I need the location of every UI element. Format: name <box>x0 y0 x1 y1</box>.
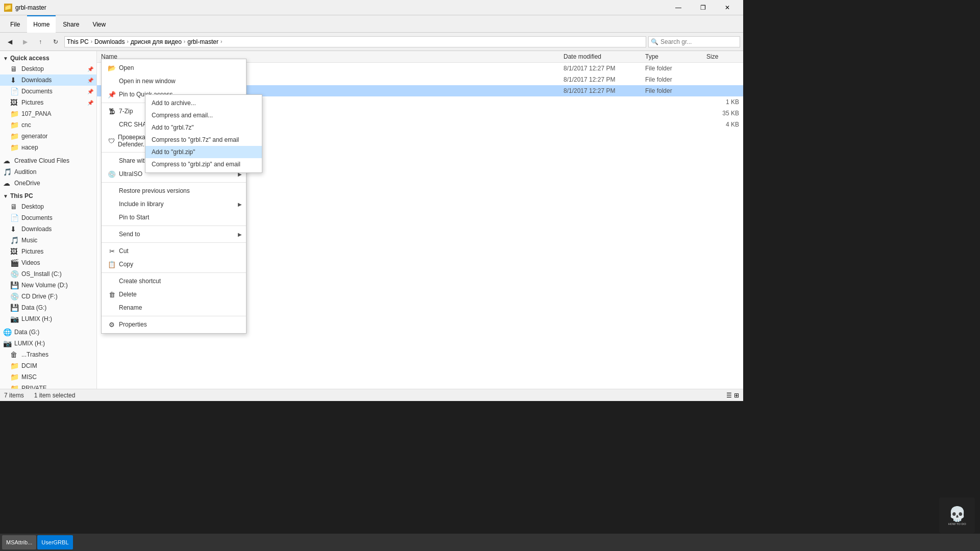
tab-view[interactable]: View <box>86 15 112 33</box>
lumixh-icon: 📷 <box>10 315 19 323</box>
context-create-shortcut[interactable]: Create shortcut <box>102 274 246 288</box>
sidebar-item-downloads[interactable]: ⬇ Downloads 📌 <box>0 74 96 86</box>
context-open[interactable]: 📂 Open <box>102 61 246 74</box>
sidebar-item-107pana[interactable]: 📁 107_PANA <box>0 108 96 119</box>
cut-icon: ✂ <box>108 247 116 255</box>
os-drive-icon: 💿 <box>10 270 19 278</box>
sidebar-trashes-label: ...Trashes <box>21 351 48 358</box>
ribbon: File Home Share View <box>0 15 743 33</box>
cd-drive-icon: 💿 <box>10 292 19 300</box>
context-copy[interactable]: 📋 Copy <box>102 258 246 271</box>
context-properties[interactable]: ⚙ Properties <box>102 318 246 331</box>
sidebar-cddrive-label: CD Drive (F:) <box>21 293 58 300</box>
list-view-button[interactable]: ☰ <box>726 392 732 399</box>
creative-cloud-icon: ☁ <box>3 157 12 165</box>
sidebar-item-lumixh2[interactable]: 📷 LUMIX (H:) <box>0 338 96 349</box>
back-button[interactable]: ◀ <box>3 35 16 48</box>
sidebar-audition-label: Audition <box>14 168 36 176</box>
sidebar-pictures2-label: Pictures <box>21 248 43 255</box>
context-include-library[interactable]: Include in library <box>102 197 246 211</box>
documents-icon-2: 📄 <box>10 214 19 222</box>
sidebar-item-cddrive[interactable]: 💿 CD Drive (F:) <box>0 291 96 302</box>
sidebar-item-os[interactable]: 💿 OS_Install (C:) <box>0 268 96 280</box>
forward-button[interactable]: ▶ <box>18 35 32 48</box>
sidebar-dcim-label: DCIM <box>21 362 37 369</box>
context-restore-versions[interactable]: Restore previous versions <box>102 184 246 197</box>
submenu-7zip-add-archive[interactable]: Add to archive... <box>145 97 262 109</box>
breadcrumb-thispc[interactable]: This PC <box>67 38 89 45</box>
sidebar-item-newvol[interactable]: 💾 New Volume (D:) <box>0 280 96 291</box>
sidebar-item-datag2[interactable]: 🌐 Data (G:) <box>0 327 96 338</box>
tab-home[interactable]: Home <box>27 15 56 33</box>
breadcrumb-downloads[interactable]: Downloads <box>94 38 125 45</box>
separator-6 <box>102 272 246 273</box>
private-icon: 📁 <box>10 384 19 389</box>
sidebar-music-label: Music <box>21 237 37 244</box>
sidebar-item-desktop2[interactable]: 🖥 Desktop <box>0 201 96 212</box>
context-rename[interactable]: Rename <box>102 301 246 314</box>
sidebar-item-pictures[interactable]: 🖼 Pictures 📌 <box>0 97 96 108</box>
sidebar-item-generator[interactable]: 📁 generator <box>0 131 96 142</box>
context-cut[interactable]: ✂ Cut <box>102 244 246 258</box>
breadcrumb-grbl[interactable]: grbl-master <box>187 38 218 45</box>
datag-icon: 💾 <box>10 304 19 312</box>
sidebar-item-onedrive[interactable]: ☁ OneDrive <box>0 178 96 189</box>
sidebar-datag-label: Data (G:) <box>21 304 46 311</box>
submenu-7zip-add-7z[interactable]: Add to "grbl.7z" <box>145 121 262 134</box>
item-count: 7 items <box>4 392 24 399</box>
submenu-7zip-compress-email[interactable]: Compress and email... <box>145 109 262 121</box>
sidebar-desktop-label: Desktop <box>21 65 44 72</box>
col-size-header[interactable]: Size <box>702 53 743 60</box>
submenu-7zip-compress-zip-email[interactable]: Compress to "grbl.zip" and email <box>145 158 262 170</box>
quick-access-label: Quick access <box>10 55 50 62</box>
sidebar-section-thispc[interactable]: ▼ This PC <box>0 191 96 201</box>
sidebar-cnc-label: cnc <box>21 121 31 129</box>
address-bar[interactable]: This PC › Downloads › дрисня для видео ›… <box>64 36 646 47</box>
minimize-button[interactable]: — <box>667 0 690 15</box>
sidebar-lumixh-label: LUMIX (H:) <box>21 315 52 322</box>
up-button[interactable]: ↑ <box>34 35 47 48</box>
search-input[interactable] <box>660 38 738 45</box>
sidebar-item-trashes[interactable]: 🗑 ...Trashes <box>0 349 96 360</box>
sidebar-item-pictures2[interactable]: 🖼 Pictures <box>0 246 96 257</box>
breadcrumb-folder[interactable]: дрисня для видео <box>131 38 182 45</box>
window-title: grbl-master <box>15 4 667 11</box>
trashes-icon: 🗑 <box>10 350 19 359</box>
submenu-7zip-compress-7z-email[interactable]: Compress to "grbl.7z" and email <box>145 134 262 146</box>
refresh-button[interactable]: ↻ <box>49 35 62 48</box>
sidebar-item-downloads2[interactable]: ⬇ Downloads <box>0 223 96 235</box>
col-type-header[interactable]: Type <box>641 53 702 60</box>
sidebar-item-music[interactable]: 🎵 Music <box>0 235 96 246</box>
tab-file[interactable]: File <box>4 15 26 33</box>
datag2-icon: 🌐 <box>3 328 12 336</box>
context-send-to[interactable]: Send to <box>102 228 246 241</box>
grid-view-button[interactable]: ⊞ <box>734 392 739 399</box>
sidebar-item-desktop[interactable]: 🖥 Desktop 📌 <box>0 63 96 74</box>
col-date-header[interactable]: Date modified <box>559 53 641 60</box>
sidebar-item-datag[interactable]: 💾 Data (G:) <box>0 302 96 313</box>
restore-button[interactable]: ❐ <box>691 0 715 15</box>
sidebar-item-creative-cloud[interactable]: ☁ Creative Cloud Files <box>0 155 96 166</box>
folder-icon-cnc: 📁 <box>10 121 19 129</box>
pin-icon: 📌 <box>87 66 93 72</box>
sidebar-item-documents2[interactable]: 📄 Documents <box>0 212 96 223</box>
sidebar-item-dcim[interactable]: 📁 DCIM <box>0 360 96 371</box>
context-delete[interactable]: 🗑 Delete <box>102 288 246 301</box>
pin-icon-2: 📌 <box>87 78 93 83</box>
context-pin-start[interactable]: Pin to Start <box>102 211 246 224</box>
tab-share[interactable]: Share <box>57 15 85 33</box>
sidebar-item-private[interactable]: 📁 PRIVATE <box>0 383 96 389</box>
search-box[interactable]: 🔍 <box>648 36 740 47</box>
dcim-icon: 📁 <box>10 362 19 370</box>
sidebar-item-cnc[interactable]: 📁 cnc <box>0 119 96 131</box>
sidebar-item-documents[interactable]: 📄 Documents 📌 <box>0 86 96 97</box>
submenu-7zip-add-zip[interactable]: Add to "grbl.zip" <box>145 146 262 158</box>
sidebar-item-naser[interactable]: 📁 насер <box>0 142 96 153</box>
sidebar-item-lumixh[interactable]: 📷 LUMIX (H:) <box>0 313 96 324</box>
sidebar-item-audition[interactable]: 🎵 Audition <box>0 166 96 178</box>
close-button[interactable]: ✕ <box>716 0 739 15</box>
sidebar-item-misc[interactable]: 📁 MISC <box>0 371 96 383</box>
context-open-new-window[interactable]: Open in new window <box>102 74 246 88</box>
sidebar-section-quick-access[interactable]: ▼ Quick access <box>0 53 96 63</box>
sidebar-item-videos[interactable]: 🎬 Videos <box>0 257 96 268</box>
